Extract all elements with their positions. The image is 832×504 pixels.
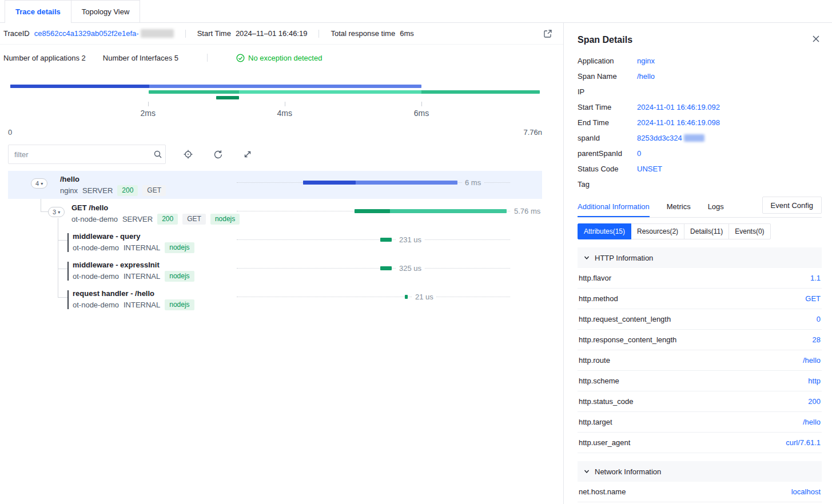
attribute-value[interactable]: 28 xyxy=(813,335,821,344)
field-value[interactable]: 8253dd3c324 xyxy=(637,134,704,142)
attribute-value[interactable]: /hello xyxy=(803,418,821,426)
open-in-new-icon[interactable] xyxy=(540,26,555,41)
fullscreen-icon[interactable] xyxy=(240,147,255,162)
search-icon[interactable] xyxy=(150,147,165,162)
span-kind: INTERNAL xyxy=(124,271,160,282)
subtab-attributes[interactable]: Attributes(15) xyxy=(578,223,631,239)
span-row[interactable]: request handler - /hello ot-node-demo IN… xyxy=(8,285,542,313)
tab-logs[interactable]: Logs xyxy=(708,195,724,217)
field-value[interactable]: UNSET xyxy=(637,165,662,173)
divider xyxy=(319,30,319,38)
attribute-value[interactable]: curl/7.61.1 xyxy=(786,438,821,447)
tab-metrics[interactable]: Metrics xyxy=(667,195,691,217)
view-tabs: Trace details Topology View xyxy=(0,0,832,23)
waterfall-rows: 4▾ /hello nginx SERVER 200GET 6 ms 3▾ GE… xyxy=(8,171,542,313)
total-response-label: Total response time xyxy=(331,29,395,38)
tab-topology-view[interactable]: Topology View xyxy=(71,0,141,22)
detail-tabs: Additional Information Metrics Logs Even… xyxy=(578,195,822,218)
field-value[interactable]: /hello xyxy=(637,72,655,81)
minimap-bar xyxy=(216,96,239,99)
attribute-key: http.target xyxy=(579,418,612,426)
range-end: 7.76n xyxy=(523,128,542,137)
trace-id-value[interactable]: ce8562cc4a1329ab052f2e1efa- xyxy=(34,29,139,38)
field-span-name: Span Name/hello xyxy=(578,69,822,84)
locate-icon[interactable] xyxy=(181,147,196,162)
subtab-resources[interactable]: Resources(2) xyxy=(631,223,684,239)
span-text: request handler - /hello ot-node-demo IN… xyxy=(73,289,194,310)
subtab-details[interactable]: Details(11) xyxy=(684,223,729,239)
attribute-value[interactable]: 0 xyxy=(817,315,821,323)
attribute-value[interactable]: http xyxy=(808,377,821,385)
span-kind: SERVER xyxy=(82,185,113,196)
trace-summary: Number of applications 2 Number of Inter… xyxy=(0,45,563,71)
field-tag: Tag xyxy=(578,177,822,192)
collapse-toggle[interactable]: 3▾ xyxy=(48,207,65,217)
redacted-value xyxy=(684,134,704,142)
minimap-bar xyxy=(10,85,149,88)
field-label: Start Time xyxy=(578,103,637,111)
tab-trace-details[interactable]: Trace details xyxy=(5,0,71,22)
check-circle-icon xyxy=(236,54,245,62)
span-app: ot-node-demo xyxy=(73,271,119,282)
divider xyxy=(185,30,186,38)
span-row[interactable]: middleware - query ot-node-demo INTERNAL… xyxy=(8,228,542,256)
attribute-key: http.request_content_length xyxy=(579,315,671,323)
span-app: nginx xyxy=(60,185,78,196)
no-exception-status: No exception detected xyxy=(236,54,322,62)
attribute-value[interactable]: 200 xyxy=(808,397,821,406)
filter-input[interactable] xyxy=(9,150,150,159)
span-meta: nginx SERVER 200GET xyxy=(60,185,166,196)
total-response-value: 6ms xyxy=(400,29,414,38)
field-label: End Time xyxy=(578,118,637,127)
attribute-rows: net.host.name localhost xyxy=(578,482,822,502)
span-name: /hello xyxy=(60,174,166,185)
badge: nodejs xyxy=(210,214,240,225)
span-row[interactable]: 3▾ GET /hello ot-node-demo SERVER 200GET… xyxy=(8,199,542,227)
trace-id-redacted xyxy=(141,29,174,38)
span-meta: ot-node-demo SERVER 200GETnodejs xyxy=(71,214,240,225)
trace-minimap[interactable]: 2ms4ms6ms 0 7.76n xyxy=(8,85,542,137)
attribute-value[interactable]: GET xyxy=(805,294,821,303)
refresh-icon[interactable] xyxy=(210,147,225,162)
trace-id-label: TraceID xyxy=(3,29,30,38)
attribute-row: http.method GET xyxy=(578,289,822,309)
badge: 200 xyxy=(157,214,178,225)
minimap-row xyxy=(8,96,542,99)
subtab-events[interactable]: Events(0) xyxy=(729,223,770,239)
badge: 200 xyxy=(117,185,138,196)
field-value[interactable]: 2024-11-01 16:46:19.098 xyxy=(637,118,720,127)
field-value[interactable]: 2024-11-01 16:46:19.092 xyxy=(637,103,720,111)
span-kind: INTERNAL xyxy=(124,242,160,253)
attribute-row: net.host.name localhost xyxy=(578,482,822,502)
span-name: GET /hello xyxy=(71,203,240,213)
attribute-section: Network Information net.host.name localh… xyxy=(578,461,822,502)
tab-additional-information[interactable]: Additional Information xyxy=(578,195,650,217)
field-value[interactable]: 0 xyxy=(637,149,641,158)
start-time-value: 2024–11–01 16:46:19 xyxy=(236,29,308,38)
field-status-code: Status CodeUNSET xyxy=(578,161,822,177)
close-icon[interactable] xyxy=(810,33,822,46)
section-header[interactable]: Network Information xyxy=(578,461,822,482)
section-header[interactable]: HTTP Information xyxy=(578,247,822,268)
attribute-value[interactable]: /hello xyxy=(803,356,821,365)
divider xyxy=(207,54,208,62)
collapse-toggle[interactable]: 4▾ xyxy=(31,178,47,189)
attribute-key: http.status_code xyxy=(579,397,633,406)
attribute-row: http.route /hello xyxy=(578,350,822,371)
badge: GET xyxy=(182,214,206,225)
span-row[interactable]: 4▾ /hello nginx SERVER 200GET 6 ms xyxy=(8,171,542,199)
span-text: middleware - expressInit ot-node-demo IN… xyxy=(73,260,194,282)
span-text: /hello nginx SERVER 200GET xyxy=(60,174,166,196)
span-text: middleware - query ot-node-demo INTERNAL… xyxy=(73,231,194,253)
span-row[interactable]: middleware - expressInit ot-node-demo IN… xyxy=(8,257,542,285)
attribute-value[interactable]: localhost xyxy=(791,487,821,496)
attribute-rows: http.flavor 1.1 http.method GET http.req… xyxy=(578,268,822,453)
span-name: middleware - expressInit xyxy=(73,260,194,270)
attribute-key: http.route xyxy=(579,356,610,365)
span-app: ot-node-demo xyxy=(71,214,118,225)
attribute-row: http.request_content_length 0 xyxy=(578,309,822,330)
event-config-button[interactable]: Event Config xyxy=(762,197,822,214)
field-value[interactable]: nginx xyxy=(637,57,655,65)
attribute-key: http.user_agent xyxy=(579,438,630,447)
attribute-value[interactable]: 1.1 xyxy=(810,274,821,282)
